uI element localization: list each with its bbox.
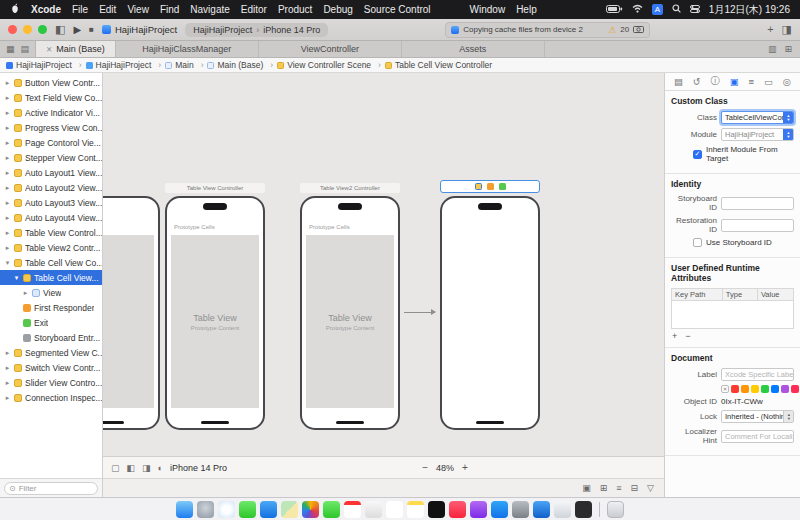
add-constraints-icon[interactable]: ⊟ [631, 483, 639, 493]
storyboard-id-field[interactable] [721, 197, 794, 210]
scheme-selector[interactable]: HajiHajiProject [102, 24, 177, 35]
color-none-swatch[interactable]: ✕ [721, 385, 729, 393]
stepper-icon[interactable] [783, 111, 794, 124]
nav-item-first-responder[interactable]: First Responder [0, 300, 102, 315]
dock-contacts-icon[interactable] [365, 501, 382, 518]
adjust-editor-icon[interactable]: ▥ [768, 44, 777, 54]
document-label-field[interactable]: Xcode Specific Label [721, 368, 794, 381]
menu-help[interactable]: Help [516, 4, 537, 15]
stop-button[interactable]: ■ [89, 26, 94, 34]
nav-item-auto-layout3-view-controller[interactable]: Auto Layout3 View... [0, 195, 102, 210]
menu-view[interactable]: View [127, 4, 149, 15]
identity-inspector-icon[interactable]: ▣ [730, 76, 739, 87]
nav-item-page-control-view-controller[interactable]: Page Contorol Vie... [0, 135, 102, 150]
menu-editor[interactable]: Editor [241, 4, 267, 15]
crumb-view-controller[interactable]: Table Cell View Controller [385, 60, 492, 70]
restoration-id-field[interactable] [721, 219, 794, 232]
table-view[interactable]: Table View Prototype Content [306, 235, 394, 408]
menu-window[interactable]: Window [470, 4, 506, 15]
minimize-window-button[interactable] [23, 25, 32, 34]
disclosure-icon[interactable] [4, 184, 11, 192]
segue-arrow[interactable] [404, 312, 435, 313]
dock-launchpad-icon[interactable] [197, 501, 214, 518]
dock-finder-icon[interactable] [176, 501, 193, 518]
inherit-module-checkbox[interactable] [693, 150, 702, 159]
nav-item-table-view2-controller[interactable]: Table View2 Contr... [0, 240, 102, 255]
scene-partial-phone[interactable] [103, 196, 160, 430]
nav-item-switch-view-controller[interactable]: Switch View Contr... [0, 360, 102, 375]
module-combo[interactable]: HajiHajiProject [721, 128, 794, 141]
dock-xcode-icon[interactable] [533, 501, 550, 518]
adjust-variants-icon[interactable]: ◐ [158, 463, 163, 473]
add-editor-icon[interactable]: ⊞ [784, 44, 792, 54]
dock-app-store-icon[interactable] [491, 501, 508, 518]
scene1-title[interactable]: Table View Controller [165, 183, 265, 193]
nav-item-progress-view-controller[interactable]: Progress View Con... [0, 120, 102, 135]
apple-menu-icon[interactable] [10, 3, 20, 16]
dock-terminal-icon[interactable] [575, 501, 592, 518]
menu-edit[interactable]: Edit [99, 4, 116, 15]
nav-item-auto-layout2-view-controller[interactable]: Auto Layout2 View... [0, 180, 102, 195]
close-tab-icon[interactable]: ✕ [46, 45, 52, 54]
disclosure-icon[interactable] [4, 94, 11, 102]
disclosure-icon[interactable] [4, 244, 11, 252]
run-button[interactable]: ▶ [73, 25, 81, 35]
tab-viewcontroller[interactable]: ViewController [259, 41, 402, 57]
nav-item-exit[interactable]: Exit [0, 315, 102, 330]
localizer-hint-field[interactable]: Comment For Localizer [721, 430, 794, 443]
nav-item-slider-view-controller[interactable]: Slider View Contro... [0, 375, 102, 390]
menu-product[interactable]: Product [278, 4, 312, 15]
zoom-window-button[interactable] [38, 25, 47, 34]
disclosure-icon[interactable] [4, 229, 11, 237]
attributes-inspector-icon[interactable]: ≡ [749, 76, 755, 87]
crumb-scene[interactable]: View Controller Scene [277, 60, 385, 70]
color-swatch-purple[interactable] [781, 385, 789, 393]
library-plus-button[interactable]: + [767, 24, 773, 35]
nav-item-text-field-view-controller[interactable]: Text Field View Co... [0, 90, 102, 105]
menu-find[interactable]: Find [160, 4, 179, 15]
dock-messages-icon[interactable] [239, 501, 256, 518]
crumb-project[interactable]: HajiHajiProject [6, 60, 86, 70]
dock-maps-icon[interactable] [281, 501, 298, 518]
nav-item-stepper-view-controller[interactable]: Stepper View Cont... [0, 150, 102, 165]
zoom-out-button[interactable]: − [422, 462, 428, 473]
exit-icon[interactable] [499, 183, 506, 190]
disclosure-icon[interactable] [4, 259, 11, 267]
dock-simulator-icon[interactable] [554, 501, 571, 518]
nav-item-auto-layout4-view-controller[interactable]: Auto Layout4 View... [0, 210, 102, 225]
control-center-icon[interactable] [690, 4, 700, 15]
disclosure-icon[interactable] [4, 169, 11, 177]
disclosure-icon[interactable] [13, 274, 20, 282]
dock-tv-icon[interactable] [428, 501, 445, 518]
disclosure-icon[interactable] [4, 394, 11, 402]
crumb-group[interactable]: HajiHajiProject [86, 60, 166, 70]
filter-input[interactable]: ⊙ Filter [4, 482, 98, 495]
lock-dropdown[interactable]: Inherited - (Nothing) [721, 410, 794, 423]
remove-attribute-button[interactable]: − [685, 331, 690, 341]
navigator-panel-toggle-icon[interactable]: ◧ [55, 24, 65, 35]
dock-podcasts-icon[interactable] [470, 501, 487, 518]
dock-safari-icon[interactable] [218, 501, 235, 518]
update-frames-icon[interactable]: ▣ [582, 483, 591, 493]
quick-help-inspector-icon[interactable]: ⓘ [711, 75, 721, 88]
embed-in-icon[interactable]: ⊞ [600, 483, 608, 493]
nav-item-auto-layout1-view-controller[interactable]: Auto Layout1 View... [0, 165, 102, 180]
disclosure-icon[interactable] [4, 199, 11, 207]
device-bezels-icon[interactable]: ▢ [111, 463, 120, 473]
runtime-attributes-table-body[interactable] [671, 301, 794, 329]
color-swatch-yellow[interactable] [751, 385, 759, 393]
size-inspector-icon[interactable]: ▭ [764, 76, 773, 87]
nav-item-button-view-controller[interactable]: Button View Contr... [0, 75, 102, 90]
nav-item-table-cell-view-scene[interactable]: Table Cell View Co... [0, 255, 102, 270]
zoom-in-button[interactable]: + [462, 462, 468, 473]
scene2-title[interactable]: Table View2 Controller [300, 183, 400, 193]
dock-notes-icon[interactable] [407, 501, 424, 518]
nav-item-table-view-controller[interactable]: Table View Control... [0, 225, 102, 240]
resolve-autolayout-icon[interactable]: ▽ [647, 483, 654, 493]
dock-calendar-icon[interactable] [344, 501, 361, 518]
file-inspector-icon[interactable]: ▤ [674, 76, 683, 87]
color-swatch-red[interactable] [731, 385, 739, 393]
use-storyboard-id-checkbox[interactable] [693, 238, 702, 247]
crumb-main[interactable]: Main [165, 60, 207, 70]
selected-scene-dock[interactable] [440, 180, 540, 193]
